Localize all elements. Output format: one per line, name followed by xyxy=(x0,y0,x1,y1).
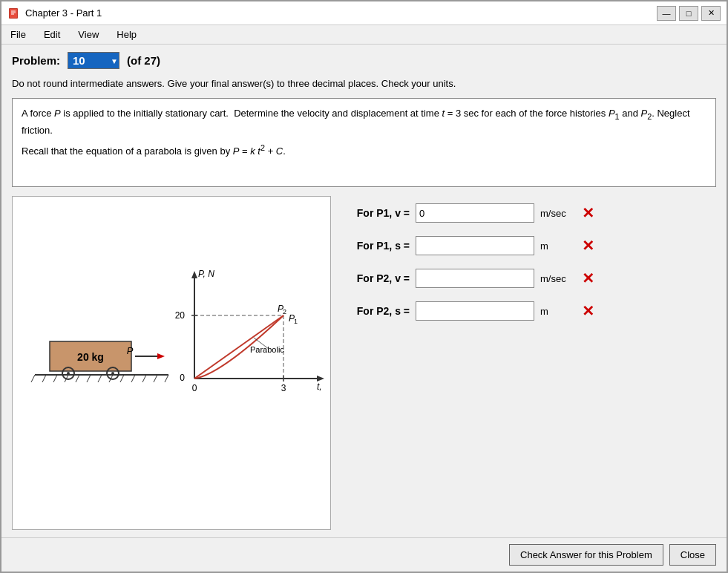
p2s-label: For P2, s = xyxy=(343,305,410,317)
close-button[interactable]: Close xyxy=(669,544,716,566)
svg-text:Parabolic: Parabolic xyxy=(250,345,284,354)
main-content: Problem: 10 ▼ (of 27) Do not round inter… xyxy=(1,45,727,537)
svg-marker-28 xyxy=(191,271,197,278)
bottom-bar: Check Answer for this Problem Close xyxy=(1,537,727,572)
maximize-button[interactable]: □ xyxy=(679,6,698,21)
menu-file[interactable]: File xyxy=(7,27,29,42)
answer-row-p1s: For P1, s = m ✕ xyxy=(343,236,716,255)
main-window: Chapter 3 - Part 1 — □ ✕ File Edit View … xyxy=(0,0,728,573)
problem-select-wrapper: 10 ▼ xyxy=(68,52,119,69)
minimize-button[interactable]: — xyxy=(657,6,676,21)
svg-line-15 xyxy=(131,375,135,382)
svg-rect-1 xyxy=(10,9,17,18)
answer-row-p2v: For P2, v = m/sec ✕ xyxy=(343,269,716,288)
p2v-label: For P2, v = xyxy=(343,272,410,284)
svg-line-8 xyxy=(53,375,57,382)
svg-text:t, s: t, s xyxy=(317,382,324,392)
svg-line-7 xyxy=(42,375,46,382)
svg-line-10 xyxy=(76,375,79,382)
menu-view[interactable]: View xyxy=(75,27,102,42)
answer-row-p2s: For P2, s = m ✕ xyxy=(343,301,716,321)
title-bar-left: Chapter 3 - Part 1 xyxy=(7,7,102,19)
description-line1: A force P is applied to the initially st… xyxy=(22,106,706,139)
answers-area: For P1, v = m/sec ✕ For P1, s = m ✕ For … xyxy=(343,196,716,530)
title-bar: Chapter 3 - Part 1 — □ ✕ xyxy=(1,1,727,25)
svg-text:P, N: P, N xyxy=(198,269,214,279)
menu-bar: File Edit View Help xyxy=(1,25,727,45)
svg-line-14 xyxy=(120,375,124,382)
svg-text:2: 2 xyxy=(283,308,286,315)
svg-text:1: 1 xyxy=(294,318,298,325)
p1s-unit: m xyxy=(540,240,570,252)
p2s-unit: m xyxy=(540,306,570,317)
instruction-text: Do not round intermediate answers. Give … xyxy=(12,78,716,89)
description-line2: Recall that the equation of a parabola i… xyxy=(22,142,706,160)
title-controls: — □ ✕ xyxy=(657,6,721,21)
p1v-x-icon[interactable]: ✕ xyxy=(582,204,594,222)
p2v-input[interactable] xyxy=(416,269,534,288)
svg-line-6 xyxy=(31,375,35,382)
svg-line-18 xyxy=(165,375,168,382)
p1v-input[interactable] xyxy=(416,203,534,223)
svg-marker-25 xyxy=(157,353,165,359)
diagram-area: 20 kg P P, N xyxy=(12,196,331,530)
close-window-button[interactable]: ✕ xyxy=(701,6,721,21)
problem-label: Problem: xyxy=(12,54,60,67)
check-answer-button[interactable]: Check Answer for this Problem xyxy=(509,544,663,566)
app-icon xyxy=(7,7,19,19)
problem-header: Problem: 10 ▼ (of 27) xyxy=(12,52,716,69)
p1s-x-icon[interactable]: ✕ xyxy=(582,237,594,255)
p1s-label: For P1, s = xyxy=(343,240,410,252)
svg-text:0: 0 xyxy=(192,383,197,393)
menu-help[interactable]: Help xyxy=(114,27,140,42)
p1v-unit: m/sec xyxy=(540,208,570,219)
p2v-x-icon[interactable]: ✕ xyxy=(582,269,594,287)
cart-label: 20 kg xyxy=(77,351,104,363)
p1s-input[interactable] xyxy=(416,236,534,255)
svg-text:3: 3 xyxy=(281,383,286,393)
svg-line-17 xyxy=(154,375,157,382)
svg-point-23 xyxy=(111,372,114,375)
problem-diagram: 20 kg P P, N xyxy=(20,204,324,427)
menu-edit[interactable]: Edit xyxy=(41,27,63,42)
force-label: P xyxy=(127,345,134,356)
svg-marker-29 xyxy=(317,376,324,382)
svg-line-16 xyxy=(142,375,146,382)
p2s-x-icon[interactable]: ✕ xyxy=(582,302,594,320)
svg-text:0: 0 xyxy=(180,373,185,383)
svg-line-12 xyxy=(98,375,102,382)
p2s-input[interactable] xyxy=(416,301,534,321)
problem-select[interactable]: 10 xyxy=(68,52,119,69)
p1v-label: For P1, v = xyxy=(343,207,410,219)
window-title: Chapter 3 - Part 1 xyxy=(25,7,102,19)
problem-count: (of 27) xyxy=(127,54,160,67)
svg-point-22 xyxy=(67,372,70,375)
problem-description: A force P is applied to the initially st… xyxy=(12,98,716,187)
p2v-unit: m/sec xyxy=(540,273,570,284)
main-area: 20 kg P P, N xyxy=(12,196,716,530)
svg-text:20: 20 xyxy=(175,310,186,321)
answer-row-p1v: For P1, v = m/sec ✕ xyxy=(343,203,716,223)
svg-line-11 xyxy=(87,375,91,382)
